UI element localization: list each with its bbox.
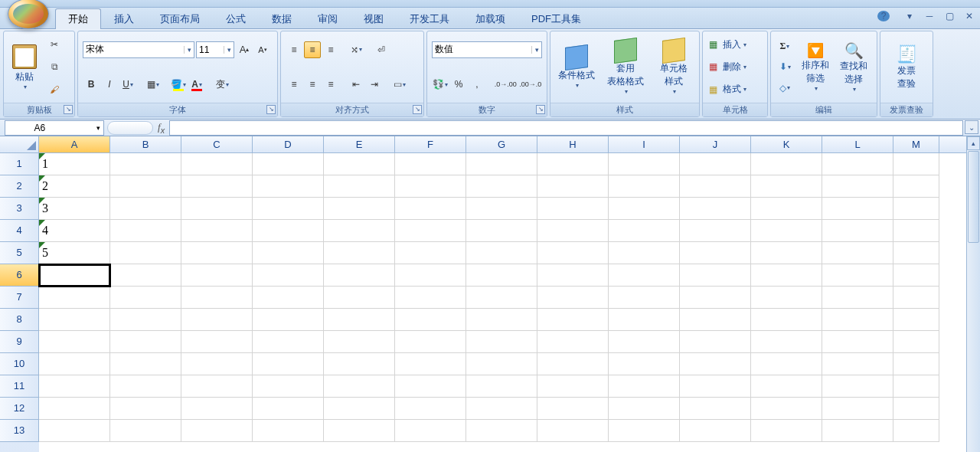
- cell-K3[interactable]: [751, 198, 822, 220]
- cell-M3[interactable]: [893, 198, 939, 220]
- cell-I2[interactable]: [609, 175, 680, 198]
- tab-PDF工具集[interactable]: PDF工具集: [518, 8, 594, 29]
- cell-H3[interactable]: [537, 198, 609, 220]
- cell-C5[interactable]: [181, 242, 253, 264]
- cell-F1[interactable]: [395, 153, 466, 175]
- cell-B1[interactable]: [110, 153, 181, 175]
- cell-K4[interactable]: [751, 220, 822, 242]
- cell-E2[interactable]: [324, 175, 395, 198]
- cell-L11[interactable]: [822, 375, 893, 398]
- column-header-D[interactable]: D: [253, 136, 324, 152]
- cell-C9[interactable]: [181, 331, 253, 353]
- merge-center-button[interactable]: ▭▾: [391, 76, 408, 93]
- cell-F9[interactable]: [395, 331, 466, 353]
- align-left-button[interactable]: ≡: [286, 76, 302, 93]
- currency-button[interactable]: 💱▾: [432, 76, 449, 93]
- vertical-scrollbar[interactable]: ▴ ▾: [966, 136, 980, 452]
- table-format-button[interactable]: 套用 表格格式▾: [600, 34, 651, 100]
- cell-D7[interactable]: [253, 287, 324, 309]
- format-cells-button[interactable]: ▦ 格式▾: [706, 81, 764, 98]
- cell-J13[interactable]: [680, 420, 751, 442]
- cell-B3[interactable]: [110, 198, 181, 220]
- cell-H9[interactable]: [537, 331, 609, 353]
- cell-C11[interactable]: [181, 375, 253, 398]
- column-header-M[interactable]: M: [893, 136, 939, 152]
- cell-I9[interactable]: [609, 331, 680, 353]
- cell-E10[interactable]: [324, 353, 395, 375]
- cell-I6[interactable]: [609, 264, 680, 287]
- format-painter-button[interactable]: 🖌: [46, 81, 63, 98]
- underline-button[interactable]: U▾: [119, 76, 136, 93]
- row-header-8[interactable]: 8: [0, 309, 39, 331]
- cell-I3[interactable]: [609, 198, 680, 220]
- cell-F10[interactable]: [395, 353, 466, 375]
- cell-M10[interactable]: [893, 353, 939, 375]
- increase-font-button[interactable]: A▴: [236, 41, 253, 58]
- phonetic-button[interactable]: 变▾: [214, 76, 230, 93]
- cell-F13[interactable]: [395, 420, 466, 442]
- cell-C1[interactable]: [181, 153, 253, 175]
- orientation-button[interactable]: ⤭▾: [348, 41, 364, 58]
- cell-L1[interactable]: [822, 153, 893, 175]
- cell-G12[interactable]: [466, 398, 537, 420]
- align-center-button[interactable]: ≡: [304, 76, 321, 93]
- cell-M2[interactable]: [893, 175, 939, 198]
- row-header-3[interactable]: 3: [0, 198, 39, 220]
- clear-button[interactable]: ◇▾: [776, 80, 793, 97]
- paste-button[interactable]: 粘贴 ▾: [6, 34, 43, 100]
- number-format-combo[interactable]: 数值▾: [432, 41, 542, 58]
- tab-开发工具[interactable]: 开发工具: [397, 8, 462, 29]
- cell-I7[interactable]: [609, 287, 680, 309]
- cell-A6[interactable]: [39, 264, 110, 287]
- tab-开始[interactable]: 开始: [55, 8, 101, 29]
- find-select-button[interactable]: 🔍 查找和 选择▾: [835, 34, 873, 100]
- window-close-icon[interactable]: ✕: [963, 11, 975, 21]
- percent-button[interactable]: %: [450, 76, 467, 93]
- cell-C2[interactable]: [181, 175, 253, 198]
- cell-H12[interactable]: [537, 398, 609, 420]
- tab-插入[interactable]: 插入: [101, 8, 147, 29]
- cell-J8[interactable]: [680, 309, 751, 331]
- cell-G7[interactable]: [466, 287, 537, 309]
- column-header-E[interactable]: E: [324, 136, 395, 152]
- cell-A11[interactable]: [39, 375, 110, 398]
- column-header-F[interactable]: F: [395, 136, 466, 152]
- cell-G10[interactable]: [466, 353, 537, 375]
- align-middle-button[interactable]: ≡: [304, 41, 321, 58]
- cell-D10[interactable]: [253, 353, 324, 375]
- cell-I13[interactable]: [609, 420, 680, 442]
- tab-页面布局[interactable]: 页面布局: [147, 8, 213, 29]
- cell-A10[interactable]: [39, 353, 110, 375]
- row-header-10[interactable]: 10: [0, 353, 39, 375]
- cell-J2[interactable]: [680, 175, 751, 198]
- cell-G8[interactable]: [466, 309, 537, 331]
- cell-L9[interactable]: [822, 331, 893, 353]
- cell-A9[interactable]: [39, 331, 110, 353]
- cell-J6[interactable]: [680, 264, 751, 287]
- cell-G1[interactable]: [466, 153, 537, 175]
- cell-I8[interactable]: [609, 309, 680, 331]
- cell-M13[interactable]: [893, 420, 939, 442]
- cell-H10[interactable]: [537, 353, 609, 375]
- cell-K1[interactable]: [751, 153, 822, 175]
- cell-A1[interactable]: 1: [39, 153, 110, 175]
- cell-A3[interactable]: 3: [39, 198, 110, 220]
- fill-color-button[interactable]: 🪣▾: [170, 76, 187, 93]
- cell-G9[interactable]: [466, 331, 537, 353]
- cell-D1[interactable]: [253, 153, 324, 175]
- cell-M7[interactable]: [893, 287, 939, 309]
- cell-L8[interactable]: [822, 309, 893, 331]
- cell-F6[interactable]: [395, 264, 466, 287]
- border-button[interactable]: ▦▾: [145, 76, 162, 93]
- invoice-check-button[interactable]: 🧾 发票 查验: [883, 34, 930, 100]
- cell-C8[interactable]: [181, 309, 253, 331]
- cell-F2[interactable]: [395, 175, 466, 198]
- cell-H2[interactable]: [537, 175, 609, 198]
- cell-B12[interactable]: [110, 398, 181, 420]
- cell-L2[interactable]: [822, 175, 893, 198]
- copy-button[interactable]: ⧉: [46, 58, 63, 75]
- cell-F8[interactable]: [395, 309, 466, 331]
- cell-K13[interactable]: [751, 420, 822, 442]
- cell-K2[interactable]: [751, 175, 822, 198]
- cell-K5[interactable]: [751, 242, 822, 264]
